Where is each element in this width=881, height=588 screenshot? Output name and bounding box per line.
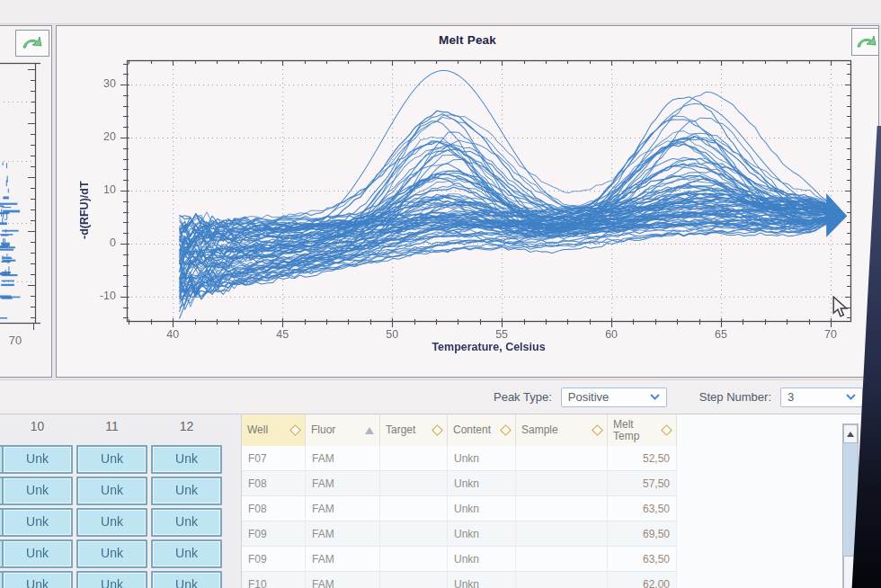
cell-fluor: FAM (306, 547, 380, 572)
column-header-melt-temp[interactable]: Melt Temp (608, 414, 677, 446)
left-chart-fragment (0, 26, 53, 379)
well-cell[interactable]: Unk (151, 477, 222, 505)
cell-content: Unkn (448, 521, 516, 547)
x-tick-label: 60 (593, 328, 629, 341)
table-row[interactable]: F09FAMUnkn63,50 (242, 547, 677, 572)
sort-ascending-icon (365, 427, 374, 434)
x-tick-label: 55 (484, 328, 520, 341)
x-tick-label: 45 (264, 328, 300, 341)
well-cell[interactable]: Unk (151, 445, 222, 474)
column-header-label: Well (247, 424, 268, 436)
window-top-strip (0, 0, 881, 24)
cell-well: F10 (242, 572, 306, 588)
column-header-label: Sample (521, 424, 558, 436)
table-row[interactable]: F07FAMUnkn52,50 (242, 446, 677, 471)
cell-melt_temp: 57,50 (608, 471, 677, 496)
left-chart-x-tick: 70 (0, 334, 31, 347)
melt-peak-chart-panel: Melt Peak 40455055606570-100102030 Tempe… (56, 25, 879, 378)
well-cell[interactable]: Unk (76, 508, 147, 537)
sort-diamond-icon (592, 424, 603, 436)
table-header-row: WellFluorTargetContentSampleMelt Temp (242, 414, 677, 447)
up-arrow-icon (847, 432, 854, 437)
sort-diamond-icon (289, 424, 301, 436)
cell-target (380, 446, 448, 471)
cell-fluor: FAM (306, 446, 380, 471)
cell-sample (516, 547, 608, 572)
step-number-select[interactable]: 3 (780, 388, 863, 407)
results-table: WellFluorTargetContentSampleMelt TempF07… (241, 414, 881, 588)
cell-target (380, 547, 448, 572)
y-tick-label: 30 (75, 77, 116, 90)
table-row[interactable]: F10FAMUnkn62,00 (242, 572, 677, 588)
step-number-label: Step Number: (699, 390, 771, 404)
column-header-target[interactable]: Target (380, 414, 448, 446)
peak-type-select[interactable]: Positive (561, 388, 667, 407)
x-axis-label: Temperature, Celsius (127, 341, 850, 353)
peak-type-label: Peak Type: (494, 390, 552, 404)
column-header-label: Melt Temp (613, 419, 647, 442)
column-header-sample[interactable]: Sample (516, 414, 608, 446)
plate-grid: 101112UnkUnkUnkUnkUnkUnkUnkUnkUnkUnkUnkU… (0, 414, 241, 588)
sort-diamond-icon (500, 424, 512, 436)
cell-sample (516, 521, 608, 547)
mouse-cursor (832, 296, 850, 317)
cell-target (380, 471, 448, 496)
chart-controls-bar: Peak Type: Positive Step Number: 3 (0, 379, 881, 414)
cell-melt_temp: 62,00 (608, 572, 677, 588)
scroll-up-button[interactable] (843, 424, 858, 443)
well-cell[interactable]: Unk (76, 539, 147, 568)
well-cell[interactable]: Unk (76, 571, 147, 588)
chevron-down-icon (846, 394, 856, 400)
vertical-scrollbar[interactable] (842, 423, 859, 588)
left-chart-panel: 70 (0, 25, 52, 378)
cell-target (380, 572, 448, 588)
column-header-label: Content (453, 424, 491, 436)
bottom-section: 101112UnkUnkUnkUnkUnkUnkUnkUnkUnkUnkUnkU… (0, 414, 881, 588)
cell-sample (516, 446, 608, 471)
x-tick-label: 70 (813, 328, 849, 341)
scrollbar-thumb[interactable] (843, 556, 858, 588)
plate-column-header: 11 (76, 419, 147, 433)
well-cell[interactable]: Unk (151, 571, 222, 588)
well-cell[interactable]: Unk (76, 477, 147, 505)
well-cell[interactable]: Unk (2, 539, 73, 568)
cell-sample (516, 572, 608, 588)
cell-content: Unkn (448, 471, 516, 496)
table-row[interactable]: F08FAMUnkn57,50 (242, 471, 677, 496)
cell-well: F07 (242, 446, 306, 471)
plate-column-header: 10 (2, 419, 73, 433)
cell-well: F08 (242, 471, 306, 496)
well-cell[interactable]: Unk (151, 539, 222, 568)
well-cell[interactable]: Unk (151, 508, 222, 537)
cell-well: F08 (242, 496, 306, 521)
well-cell[interactable]: Unk (2, 508, 73, 537)
cell-content: Unkn (448, 572, 516, 588)
cell-content: Unkn (448, 547, 516, 572)
cell-melt_temp: 63,50 (608, 547, 677, 572)
cell-melt_temp: 52,50 (608, 446, 677, 471)
y-tick-label: -10 (75, 290, 116, 302)
well-cell[interactable]: Unk (2, 571, 73, 588)
cell-well: F09 (242, 547, 306, 572)
column-header-label: Target (386, 424, 415, 436)
y-axis-label: -d(RFU)/dT (78, 134, 91, 287)
well-cell[interactable]: Unk (2, 445, 73, 474)
cell-well: F09 (242, 521, 306, 547)
cell-sample (516, 471, 608, 496)
well-cell[interactable]: Unk (2, 477, 73, 505)
table-row[interactable]: F09FAMUnkn69,50 (242, 521, 677, 547)
melt-peak-plot[interactable] (57, 26, 879, 378)
well-cell[interactable]: Unk (76, 445, 147, 474)
column-header-label: Fluor (311, 424, 335, 436)
column-header-well[interactable]: Well (242, 414, 306, 446)
x-tick-label: 50 (374, 328, 410, 341)
peak-type-value: Positive (568, 390, 610, 404)
column-header-fluor[interactable]: Fluor (306, 414, 380, 446)
cell-melt_temp: 63,50 (608, 496, 677, 521)
step-number-value: 3 (788, 390, 794, 404)
table-row[interactable]: F08FAMUnkn63,50 (242, 496, 677, 521)
column-header-content[interactable]: Content (448, 414, 516, 446)
chevron-down-icon (650, 394, 660, 400)
cell-melt_temp: 69,50 (608, 521, 677, 547)
x-tick-label: 65 (703, 328, 739, 341)
